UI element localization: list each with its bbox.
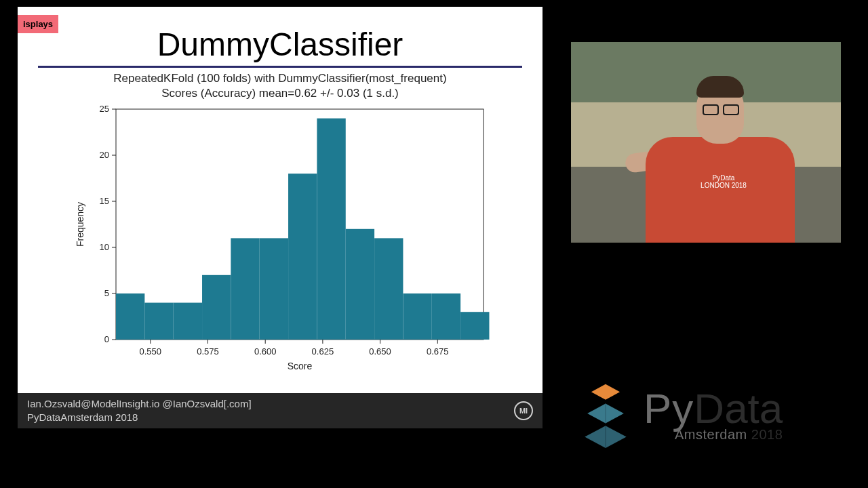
svg-marker-13	[591, 384, 620, 400]
x-tick-label: 0.650	[369, 346, 391, 357]
histogram-bar	[346, 229, 374, 340]
x-tick-label: 0.575	[197, 346, 219, 357]
chart-title-line2: Scores (Accuracy) mean=0.62 +/- 0.03 (1 …	[18, 87, 542, 100]
speaker-figure: PyDataLONDON 2018	[632, 62, 795, 243]
histogram-bar	[260, 238, 288, 340]
histogram-bar	[374, 238, 403, 340]
y-tick-label: 5	[104, 288, 109, 298]
slide-footer: Ian.Ozsvald@ModelInsight.io @IanOzsvald[…	[18, 393, 542, 428]
histogram-bar	[403, 293, 431, 340]
x-axis-label: Score	[288, 361, 313, 371]
histogram-bar	[460, 312, 489, 340]
speaker-video: PyDataLONDON 2018	[571, 42, 841, 243]
displays-tag: isplays	[18, 15, 58, 33]
pydata-logo: PyData Amsterdam 2018	[573, 366, 858, 461]
logo-text-data: Data	[694, 385, 783, 432]
chart-title-line1: RepeatedKFold (100 folds) with DummyClas…	[18, 72, 542, 85]
histogram-bar	[432, 293, 460, 340]
histogram-bar	[144, 302, 173, 339]
y-tick-label: 20	[100, 150, 109, 160]
chart-container: RepeatedKFold (100 folds) with DummyClas…	[18, 72, 542, 379]
logo-sub-year: 2018	[751, 427, 783, 442]
y-tick-label: 10	[100, 242, 109, 252]
x-tick-label: 0.600	[254, 346, 277, 357]
histogram-bar	[317, 118, 345, 339]
footer-event: PyDataAmsterdam 2018	[27, 411, 252, 424]
y-axis-label: Frequency	[75, 202, 85, 247]
title-divider	[38, 66, 522, 68]
y-tick-label: 15	[100, 196, 109, 206]
x-tick-label: 0.550	[140, 346, 162, 357]
slide-pane: isplays DummyClassifier RepeatedKFold (1…	[18, 7, 542, 393]
mi-badge-icon: MI	[514, 401, 533, 420]
slide-title: DummyClassifier	[18, 26, 542, 63]
histogram-bar	[116, 293, 144, 340]
x-tick-label: 0.675	[427, 346, 449, 357]
histogram-bar	[231, 238, 259, 340]
logo-sub-city: Amsterdam	[675, 427, 751, 442]
pydata-logo-icon	[573, 376, 638, 451]
histogram-bar	[202, 275, 231, 340]
shirt-logo-text: PyDataLONDON 2018	[696, 174, 751, 189]
x-tick-label: 0.625	[312, 346, 334, 357]
y-tick-label: 0	[104, 334, 109, 344]
footer-contact: Ian.Ozsvald@ModelInsight.io @IanOzsvald[…	[27, 397, 252, 411]
histogram-chart: 05101520250.5500.5750.6000.6250.6500.675…	[63, 102, 497, 379]
histogram-bar	[288, 174, 317, 340]
glasses-icon	[703, 104, 739, 113]
y-tick-label: 25	[100, 104, 109, 114]
histogram-bar	[174, 302, 202, 339]
logo-text-py: Py	[644, 385, 694, 432]
